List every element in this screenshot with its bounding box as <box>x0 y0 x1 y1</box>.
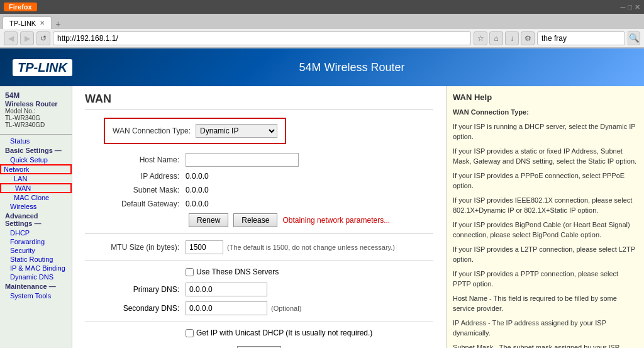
firefox-button[interactable]: Firefox <box>4 3 37 11</box>
page-title: WAN <box>85 93 433 110</box>
back-button[interactable]: ◀ <box>4 31 18 45</box>
mtu-label: MTU Size (in bytes): <box>85 243 186 252</box>
mtu-note: (The default is 1500, do not change unle… <box>227 244 395 251</box>
nav-icons: ☆ ⌂ ↓ ⚙ <box>474 31 535 45</box>
sidebar-item-dynamic-dns[interactable]: Dynamic DNS <box>0 272 72 281</box>
subnet-mask-value: 0.0.0.0 <box>186 186 209 194</box>
help-p1: If your ISP is running a DHCP server, se… <box>453 121 638 142</box>
subnet-mask-label: Subnet Mask: <box>85 186 186 194</box>
tools-button[interactable]: ⚙ <box>521 31 535 45</box>
separator1 <box>85 233 433 234</box>
sidebar-section-advanced: Advanced Settings — <box>0 211 72 228</box>
sidebar-item-network[interactable]: Network <box>0 164 72 174</box>
help-panel: WAN Help WAN Connection Type: If your IS… <box>446 86 644 348</box>
sidebar-item-lan[interactable]: LAN <box>0 174 72 183</box>
unicast-checkbox[interactable] <box>186 329 194 337</box>
optional-text: (Optional) <box>271 305 301 312</box>
tab-close-icon[interactable]: ✕ <box>40 20 45 26</box>
unicast-label: Get IP with Unicast DHCP (It is usually … <box>196 328 372 337</box>
separator2 <box>85 261 433 261</box>
url-input[interactable] <box>53 31 471 45</box>
tp-link-logo: TP-LINK <box>13 59 72 76</box>
mtu-input[interactable] <box>186 240 223 254</box>
help-p3: If your ISP provides a PPPoE connection,… <box>453 171 638 191</box>
sidebar-item-wan[interactable]: WAN <box>0 183 72 193</box>
secondary-dns-input[interactable] <box>186 301 267 315</box>
title-bar: Firefox ─ □ ✕ <box>0 0 644 14</box>
ip-address-label: IP Address: <box>85 172 186 181</box>
renew-button[interactable]: Renew <box>189 213 228 227</box>
wan-connection-type-select[interactable]: Dynamic IPStatic IPPPPoE802.1X+Dynamic I… <box>196 124 277 138</box>
minimize-icon[interactable]: ─ <box>621 3 626 11</box>
sidebar-subtitle: Wireless Router <box>5 100 67 108</box>
obtaining-text: Obtaining network parameters... <box>282 216 390 225</box>
sidebar-item-status[interactable]: Status <box>0 137 72 145</box>
browser-chrome: Firefox ─ □ ✕ TP-LINK ✕ + ◀ ▶ ↺ ☆ ⌂ ↓ ⚙ … <box>0 0 644 48</box>
help-p7: If your ISP provides a PPTP connection, … <box>453 269 638 289</box>
help-p6: If your ISP provides a L2TP connection, … <box>453 244 638 265</box>
download-button[interactable]: ↓ <box>505 31 519 45</box>
forward-button[interactable]: ▶ <box>20 31 34 45</box>
active-tab[interactable]: TP-LINK ✕ <box>3 16 52 29</box>
primary-dns-input[interactable] <box>186 283 267 296</box>
sidebar-section-maintenance: Maintenance — <box>0 281 72 291</box>
primary-dns-row: Primary DNS: <box>85 283 433 296</box>
use-dns-label: Use These DNS Servers <box>196 267 279 276</box>
host-name-label: Host Name: <box>85 155 186 164</box>
sidebar-item-forwarding[interactable]: Forwarding <box>0 237 72 246</box>
sidebar-item-ip-mac-binding[interactable]: IP & MAC Binding <box>0 264 72 272</box>
sidebar-item-wireless[interactable]: Wireless <box>0 202 72 211</box>
ip-address-row: IP Address: 0.0.0.0 <box>85 172 433 181</box>
content-area: WAN WAN Connection Type: Dynamic IPStati… <box>72 86 446 348</box>
home-button[interactable]: ⌂ <box>489 31 503 45</box>
sidebar-section-basic: Basic Settings — <box>0 145 72 155</box>
sidebar-title: 54M <box>5 91 67 100</box>
search-input[interactable] <box>537 31 625 45</box>
renew-release-row: Renew Release Obtaining network paramete… <box>189 213 433 227</box>
secondary-dns-row: Secondary DNS: (Optional) <box>85 301 433 315</box>
host-name-input[interactable] <box>186 153 299 167</box>
reload-button[interactable]: ↺ <box>36 31 50 45</box>
use-dns-row: Use These DNS Servers <box>186 267 433 276</box>
sidebar: 54M Wireless Router Model No.: TL-WR340G… <box>0 86 72 348</box>
separator3 <box>85 322 433 322</box>
tab-label: TP-LINK <box>9 20 36 27</box>
sidebar-item-dhcp[interactable]: DHCP <box>0 228 72 237</box>
default-gateway-row: Default Gateway: 0.0.0.0 <box>85 199 433 208</box>
sidebar-item-system-tools[interactable]: System Tools <box>0 291 72 300</box>
ip-address-value: 0.0.0.0 <box>186 172 209 181</box>
default-gateway-label: Default Gateway: <box>85 199 186 208</box>
close-icon[interactable]: ✕ <box>635 3 640 11</box>
release-button[interactable]: Release <box>233 213 277 227</box>
help-content: WAN Connection Type: If your ISP is runn… <box>453 107 638 348</box>
sidebar-item-security[interactable]: Security <box>0 246 72 255</box>
use-dns-checkbox[interactable] <box>186 268 194 276</box>
new-tab-button[interactable]: + <box>52 19 64 29</box>
help-p9: IP Address - The IP address assigned by … <box>453 318 638 339</box>
help-p4: If your ISP provides IEEE802.1X connecti… <box>453 195 638 216</box>
help-title: WAN Help <box>453 93 638 102</box>
bookmark-button[interactable]: ☆ <box>474 31 487 45</box>
default-gateway-value: 0.0.0.0 <box>186 199 209 208</box>
sidebar-item-static-routing[interactable]: Static Routing <box>0 255 72 264</box>
help-p2: If your ISP provides a static or fixed I… <box>453 146 638 167</box>
wan-connection-type-box: WAN Connection Type: Dynamic IPStatic IP… <box>104 118 286 144</box>
search-button[interactable]: 🔍 <box>628 31 640 45</box>
sidebar-item-mac-clone[interactable]: MAC Clone <box>0 193 72 202</box>
sidebar-item-quick-setup[interactable]: Quick Setup <box>0 155 72 164</box>
help-p5: If your ISP provides BigPond Cable (or H… <box>453 220 638 240</box>
primary-dns-label: Primary DNS: <box>85 285 186 294</box>
subnet-mask-row: Subnet Mask: 0.0.0.0 <box>85 186 433 194</box>
mtu-row: MTU Size (in bytes): (The default is 150… <box>85 240 433 254</box>
help-p10: Subnet Mask - The subnet mask assigned b… <box>453 342 638 349</box>
router-header: TP-LINK 54M Wireless Router <box>0 48 644 86</box>
wan-connection-type-label: WAN Connection Type: <box>113 126 191 135</box>
help-p8: Host Name - This field is required to be… <box>453 293 638 314</box>
secondary-dns-label: Secondary DNS: <box>85 304 186 313</box>
router-title: 54M Wireless Router <box>299 61 404 74</box>
tab-bar: TP-LINK ✕ + <box>0 14 644 29</box>
host-name-row: Host Name: <box>85 153 433 167</box>
nav-bar: ◀ ▶ ↺ ☆ ⌂ ↓ ⚙ 🔍 <box>0 29 644 48</box>
maximize-icon[interactable]: □ <box>628 3 632 11</box>
wan-connection-type-help-label: WAN Connection Type: <box>453 108 529 116</box>
